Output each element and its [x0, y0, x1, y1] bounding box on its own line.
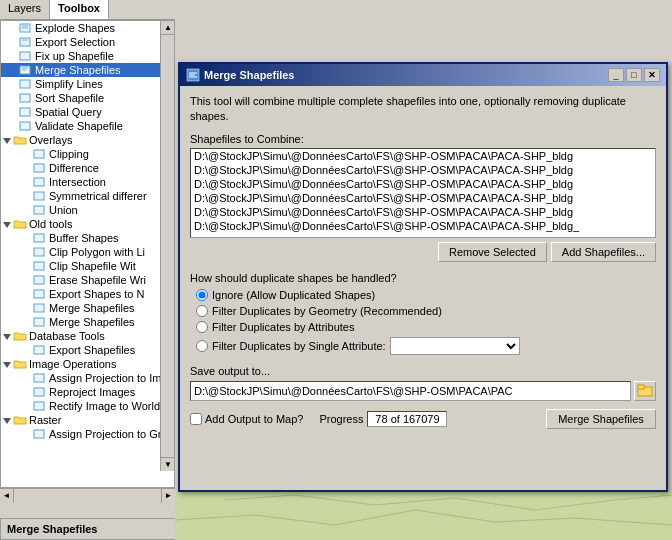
tree-item-simplify[interactable]: Simplify Lines — [1, 77, 162, 91]
duplicate-section: How should duplicate shapes be handled? … — [190, 272, 656, 355]
svg-rect-12 — [20, 122, 30, 130]
svg-rect-9 — [20, 80, 30, 88]
tab-toolbox[interactable]: Toolbox — [50, 0, 109, 19]
group-old-tools[interactable]: Old tools — [1, 217, 162, 231]
save-row — [190, 381, 656, 401]
svg-rect-24 — [34, 318, 44, 326]
svg-rect-21 — [34, 276, 44, 284]
tree-item-clipping[interactable]: Clipping — [1, 147, 162, 161]
group-label: Database Tools — [29, 330, 105, 342]
btn-row: Remove Selected Add Shapefiles... — [190, 242, 656, 262]
svg-rect-36 — [638, 385, 644, 389]
group-label: Overlays — [29, 134, 72, 146]
tree-item-spatial[interactable]: Spatial Query — [1, 105, 162, 119]
save-label: Save output to... — [190, 365, 656, 377]
add-to-map-label: Add Output to Map? — [205, 413, 303, 425]
listbox-item-5[interactable]: D:\@StockJP\Simu\@DonnéesCarto\FS\@SHP-O… — [191, 205, 655, 219]
group-label: Old tools — [29, 218, 72, 230]
scroll-left-btn[interactable]: ◄ — [0, 489, 14, 503]
tree-item-assign-grid[interactable]: Assign Projection to Gri — [1, 427, 162, 441]
scrollbar-up-btn[interactable]: ▲ — [161, 21, 175, 35]
tree-item-validate[interactable]: Validate Shapefile — [1, 119, 162, 133]
item-label: Fix up Shapefile — [35, 50, 114, 62]
tree-item-export-selection[interactable]: Export Selection — [1, 35, 162, 49]
h-scrollbar[interactable]: ◄ ► — [0, 488, 175, 502]
tree-item-erase[interactable]: Erase Shapefile Wri — [1, 273, 162, 287]
svg-rect-16 — [34, 192, 44, 200]
tab-layers[interactable]: Layers — [0, 0, 50, 19]
tree-item-reproject[interactable]: Reproject Images — [1, 385, 162, 399]
svg-rect-18 — [34, 234, 44, 242]
minimize-btn[interactable]: _ — [608, 68, 624, 82]
listbox-item-4[interactable]: D:\@StockJP\Simu\@DonnéesCarto\FS\@SHP-O… — [191, 191, 655, 205]
radio-geometry[interactable] — [196, 305, 208, 317]
shapefiles-listbox[interactable]: D:\@StockJP\Simu\@DonnéesCarto\FS\@SHP-O… — [190, 148, 656, 238]
browse-btn[interactable] — [634, 381, 656, 401]
item-label: Clip Polygon with Li — [49, 246, 145, 258]
tree-item-explode[interactable]: Explode Shapes — [1, 21, 162, 35]
radio-single-attr[interactable] — [196, 340, 208, 352]
single-attr-dropdown[interactable] — [390, 337, 520, 355]
radio-row-3: Filter Duplicates by Attributes — [196, 321, 656, 333]
tree-item-intersection[interactable]: Intersection — [1, 175, 162, 189]
svg-rect-28 — [34, 402, 44, 410]
listbox-item-6[interactable]: D:\@StockJP\Simu\@DonnéesCarto\FS\@SHP-O… — [191, 219, 655, 233]
tree-item-difference[interactable]: Difference — [1, 161, 162, 175]
item-label: Explode Shapes — [35, 22, 115, 34]
group-image-ops[interactable]: Image Operations — [1, 357, 162, 371]
tree-item-buffer[interactable]: Buffer Shapes — [1, 231, 162, 245]
tree-item-clip-shapefile[interactable]: Clip Shapefile Wit — [1, 259, 162, 273]
listbox-item-3[interactable]: D:\@StockJP\Simu\@DonnéesCarto\FS\@SHP-O… — [191, 177, 655, 191]
group-label: Image Operations — [29, 358, 116, 370]
close-btn[interactable]: ✕ — [644, 68, 660, 82]
svg-rect-25 — [34, 346, 44, 354]
listbox-item-2[interactable]: D:\@StockJP\Simu\@DonnéesCarto\FS\@SHP-O… — [191, 163, 655, 177]
shapefiles-label: Shapefiles to Combine: — [190, 133, 656, 145]
add-to-map-checkbox[interactable] — [190, 413, 202, 425]
merge-shapefiles-btn[interactable]: Merge Shapefiles — [546, 409, 656, 429]
tree-item-symmetrical[interactable]: Symmetrical differer — [1, 189, 162, 203]
svg-rect-5 — [20, 52, 30, 60]
listbox-item-1[interactable]: D:\@StockJP\Simu\@DonnéesCarto\FS\@SHP-O… — [191, 149, 655, 163]
tree-item-export-shapes[interactable]: Export Shapes to N — [1, 287, 162, 301]
radio-attributes[interactable] — [196, 321, 208, 333]
item-label: Erase Shapefile Wri — [49, 274, 146, 286]
radio-ignore[interactable] — [196, 289, 208, 301]
tree-item-fixup[interactable]: Fix up Shapefile — [1, 49, 162, 63]
progress-section: Progress 78 of 167079 — [319, 411, 447, 427]
item-label: Validate Shapefile — [35, 120, 123, 132]
scrollbar-down-btn[interactable]: ▼ — [161, 457, 175, 471]
group-label: Raster — [29, 414, 61, 426]
group-database-tools[interactable]: Database Tools — [1, 329, 162, 343]
radio-label-3: Filter Duplicates by Attributes — [212, 321, 354, 333]
item-label: Union — [49, 204, 78, 216]
tree-item-merge3[interactable]: Merge Shapefiles — [1, 315, 162, 329]
dialog-title-left: Merge Shapefiles — [186, 68, 294, 82]
tree-item-merge2[interactable]: Merge Shapefiles — [1, 301, 162, 315]
save-path-input[interactable] — [190, 381, 631, 401]
tree-item-clip-polygon[interactable]: Clip Polygon with Li — [1, 245, 162, 259]
dialog-body: This tool will combine multiple complete… — [180, 86, 666, 437]
remove-selected-btn[interactable]: Remove Selected — [438, 242, 547, 262]
status-label: Merge Shapefiles — [7, 523, 97, 535]
tree-item-merge[interactable]: Merge Shapefiles — [1, 63, 162, 77]
svg-rect-19 — [34, 248, 44, 256]
tree-item-rectify[interactable]: Rectify Image to World — [1, 399, 162, 413]
scroll-right-btn[interactable]: ► — [161, 489, 175, 503]
titlebar-buttons: _ □ ✕ — [608, 68, 660, 82]
tree-item-sort[interactable]: Sort Shapefile — [1, 91, 162, 105]
svg-rect-14 — [34, 164, 44, 172]
maximize-btn[interactable]: □ — [626, 68, 642, 82]
dialog-title: Merge Shapefiles — [204, 69, 294, 81]
tree-item-export-shapefiles[interactable]: Export Shapefiles — [1, 343, 162, 357]
radio-label-1: Ignore (Allow Duplicated Shapes) — [212, 289, 375, 301]
radio-label-4: Filter Duplicates by Single Attribute: — [212, 340, 386, 352]
radio-group: Ignore (Allow Duplicated Shapes) Filter … — [190, 289, 656, 355]
tree-item-assign-img[interactable]: Assign Projection to Ima — [1, 371, 162, 385]
group-raster[interactable]: Raster — [1, 413, 162, 427]
add-to-map-row: Add Output to Map? — [190, 413, 303, 425]
svg-rect-20 — [34, 262, 44, 270]
group-overlays[interactable]: Overlays — [1, 133, 162, 147]
tree-item-union[interactable]: Union — [1, 203, 162, 217]
add-shapefiles-btn[interactable]: Add Shapefiles... — [551, 242, 656, 262]
